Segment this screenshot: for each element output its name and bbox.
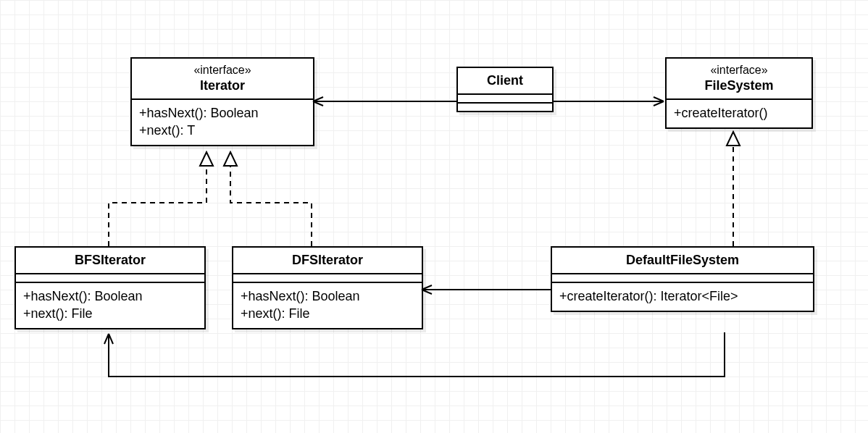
class-title: DFSIterator — [233, 248, 422, 274]
class-default-filesystem: DefaultFileSystem +createIterator(): Ite… — [551, 246, 814, 312]
operation: +hasNext(): Boolean — [139, 104, 306, 122]
stereotype: «interface» — [674, 63, 804, 77]
operation: +createIterator(): Iterator<File> — [559, 287, 806, 305]
class-title: BFSIterator — [16, 248, 204, 274]
class-body: +createIterator() — [667, 100, 811, 127]
operation: +hasNext(): Boolean — [23, 287, 197, 305]
operation: +next(): File — [241, 305, 414, 322]
class-body: +createIterator(): Iterator<File> — [552, 283, 813, 311]
class-dfs-iterator: DFSIterator +hasNext(): Boolean +next():… — [232, 246, 423, 329]
class-title: «interface» Iterator — [132, 59, 313, 100]
class-name: Client — [465, 72, 545, 89]
class-title: «interface» FileSystem — [667, 59, 811, 100]
class-iterator: «interface» Iterator +hasNext(): Boolean… — [130, 57, 314, 146]
realization-dfs-iterator — [230, 152, 312, 246]
stereotype: «interface» — [139, 63, 306, 77]
operation: +next(): File — [23, 305, 197, 322]
class-name: BFSIterator — [23, 252, 197, 269]
class-empty-section — [16, 274, 204, 283]
class-empty-section — [458, 104, 552, 111]
class-name: Iterator — [139, 77, 306, 94]
class-client: Client — [456, 67, 554, 112]
class-body: +hasNext(): Boolean +next(): File — [233, 283, 422, 329]
class-bfs-iterator: BFSIterator +hasNext(): Boolean +next():… — [14, 246, 206, 329]
operation: +hasNext(): Boolean — [241, 287, 414, 305]
class-name: FileSystem — [674, 77, 804, 94]
class-empty-section — [458, 95, 552, 104]
realization-bfs-iterator — [109, 152, 206, 246]
class-empty-section — [552, 274, 813, 283]
class-empty-section — [233, 274, 422, 283]
class-title: Client — [458, 68, 552, 95]
operation: +createIterator() — [674, 104, 804, 122]
class-name: DFSIterator — [241, 252, 414, 269]
assoc-defaultfs-bfs — [109, 332, 725, 377]
class-filesystem: «interface» FileSystem +createIterator() — [665, 57, 813, 129]
class-name: DefaultFileSystem — [559, 252, 806, 269]
uml-canvas: «interface» Iterator +hasNext(): Boolean… — [0, 0, 868, 433]
class-body: +hasNext(): Boolean +next(): T — [132, 100, 313, 146]
operation: +next(): T — [139, 122, 306, 139]
class-body: +hasNext(): Boolean +next(): File — [16, 283, 204, 329]
class-title: DefaultFileSystem — [552, 248, 813, 274]
